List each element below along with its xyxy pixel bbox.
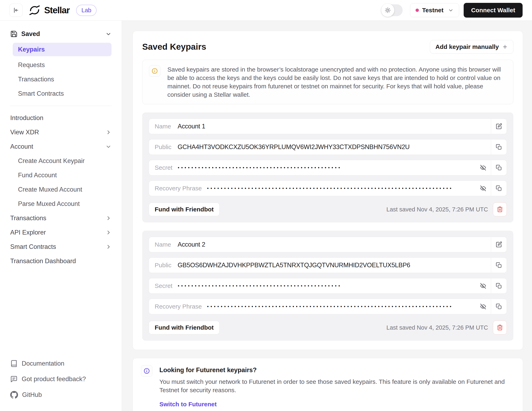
network-label: Testnet [422,7,443,14]
sidebar-item-parse-muxed-account[interactable]: Parse Muxed Account [0,197,122,211]
main-content: Saved Keypairs Add keypair manually Save… [122,21,532,411]
eye-off-icon [480,185,486,191]
chevron-right-icon [105,244,112,250]
secret-masked-value: ••••••••••••••••••••••••••••••••••••••••… [178,165,475,170]
sidebar-item-create-account-keypair[interactable]: Create Account Keypair [0,154,122,168]
sidebar-footer: Documentation Got product feedback? GitH… [0,356,122,411]
save-icon [10,30,18,38]
futurenet-content: Looking for Futurenet keypairs? You must… [159,365,507,408]
sidebar-item-transactions-saved[interactable]: Transactions [0,72,122,86]
sidebar-item-transaction-dashboard[interactable]: Transaction Dashboard [0,254,122,268]
field-actions [475,299,507,314]
network-status-dot [416,9,419,12]
footer-right: Last saved Nov 4, 2025, 7:26 PM UTC [387,202,507,216]
field-actions [475,160,507,175]
footer-right: Last saved Nov 4, 2025, 7:26 PM UTC [387,321,507,335]
copy-recovery-button[interactable] [491,299,507,314]
copy-secret-button[interactable] [491,278,507,293]
chevron-right-icon [105,229,112,235]
sidebar-item-keypairs[interactable]: Keypairs [13,43,112,56]
sidebar-item-introduction[interactable]: Introduction [0,111,122,125]
lab-badge: Lab [76,5,96,16]
sidebar-item-view-xdr[interactable]: View XDR [0,125,122,140]
fund-with-friendbot-button[interactable]: Fund with Friendbot [149,203,219,216]
secret-key-field: Secret •••••••••••••••••••••••••••••••••… [149,278,507,294]
sidebar-view-xdr-label: View XDR [10,129,39,136]
public-label: Public [155,262,172,269]
edit-name-button[interactable] [491,119,507,134]
sidebar-item-documentation[interactable]: Documentation [10,356,112,371]
toggle-recovery-visibility-button[interactable] [475,181,491,196]
recovery-masked-value: ••••••••••••••••••••••••••••••••••••••••… [207,186,475,191]
sidebar-divider [10,106,112,106]
toggle-recovery-visibility-button[interactable] [475,299,491,314]
chevron-right-icon [105,215,112,221]
secret-label: Secret [155,164,172,171]
copy-public-button[interactable] [491,258,507,273]
switch-to-futurenet-link[interactable]: Switch to Futurenet [159,401,217,408]
delete-keypair-button[interactable] [493,202,507,216]
keypair-card-account-2: Name Account 2 Public GB5OS6DWHZAJDVHKPP… [142,231,513,341]
sidebar-item-requests[interactable]: Requests [0,58,122,72]
network-select[interactable]: Testnet [410,3,459,17]
add-keypair-button[interactable]: Add keypair manually [430,40,513,54]
public-key-value[interactable]: GB5OS6DWHZAJDVHKPPBWZTLA5TNRXTQJGQTVNURM… [178,262,491,269]
trash-icon [497,206,503,213]
stellar-logo-icon [29,4,40,16]
sidebar-account-label: Account [10,143,33,150]
sidebar-item-create-muxed-account[interactable]: Create Muxed Account [0,182,122,197]
trash-icon [497,324,503,331]
sidebar-keypairs-label: Keypairs [18,46,45,53]
sidebar-item-smart-contracts-saved[interactable]: Smart Contracts [0,86,122,101]
sidebar-smart-contracts-label: Smart Contracts [10,243,56,251]
sidebar-item-github[interactable]: GitHub [10,387,112,403]
public-key-value[interactable]: GCHA4HT3VODKCXZU5OK36YRPLUMQV6WI2JWHY33C… [178,143,491,151]
public-key-field: Public GB5OS6DWHZAJDVHKPPBWZTLA5TNRXTQJG… [149,257,507,273]
fund-with-friendbot-button[interactable]: Fund with Friendbot [149,321,219,334]
public-key-field: Public GCHA4HT3VODKCXZU5OK36YRPLUMQV6WI2… [149,139,507,155]
theme-toggle-knob [381,4,394,17]
copy-icon [496,283,502,289]
sidebar-item-feedback[interactable]: Got product feedback? [10,371,112,387]
github-icon [10,391,18,399]
field-actions [475,278,507,293]
name-value[interactable]: Account 1 [178,123,491,130]
copy-secret-button[interactable] [491,160,507,175]
edit-name-button[interactable] [491,237,507,252]
copy-public-button[interactable] [491,140,507,155]
futurenet-body: You must switch your network to Futurene… [159,377,507,394]
keypair-card-account-1: Name Account 1 Public GCHA4HT3VODKCXZU5O… [142,112,513,223]
sidebar-api-explorer-label: API Explorer [10,229,46,236]
sidebar-transaction-dashboard-label: Transaction Dashboard [10,257,76,265]
toggle-secret-visibility-button[interactable] [475,278,491,293]
theme-toggle[interactable] [381,4,403,16]
sidebar-item-account[interactable]: Account [0,140,122,154]
sidebar-section-saved[interactable]: Saved [0,27,122,41]
secret-masked-value: ••••••••••••••••••••••••••••••••••••••••… [178,283,475,289]
keypair-card-footer: Fund with Friendbot Last saved Nov 4, 20… [149,202,507,216]
sidebar-item-api-explorer[interactable]: API Explorer [0,225,122,240]
copy-recovery-button[interactable] [491,181,507,196]
sidebar-item-smart-contracts[interactable]: Smart Contracts [0,240,122,254]
field-actions [491,258,507,273]
name-field: Name Account 2 [149,237,507,252]
name-label: Name [155,123,172,130]
sidebar-item-transactions[interactable]: Transactions [0,211,122,225]
chevron-down-icon [105,31,112,37]
sidebar-item-fund-account[interactable]: Fund Account [0,168,122,182]
recovery-phrase-field: Recovery Phrase ••••••••••••••••••••••••… [149,299,507,314]
name-value[interactable]: Account 2 [178,241,491,248]
eye-off-icon [480,283,486,289]
collapse-sidebar-icon [13,7,19,13]
delete-keypair-button[interactable] [493,321,507,335]
eye-off-icon [480,303,486,309]
connect-wallet-button[interactable]: Connect Wallet [464,3,522,18]
toggle-secret-visibility-button[interactable] [475,160,491,175]
sidebar-saved-label: Saved [21,30,40,38]
info-circle-icon [152,68,158,74]
panel-header: Saved Keypairs Add keypair manually [142,40,513,54]
futurenet-title: Looking for Futurenet keypairs? [159,366,507,374]
warning-icon-box [149,65,161,77]
collapse-sidebar-button[interactable] [10,4,22,17]
brand-logo[interactable]: Stellar Lab [29,4,96,16]
